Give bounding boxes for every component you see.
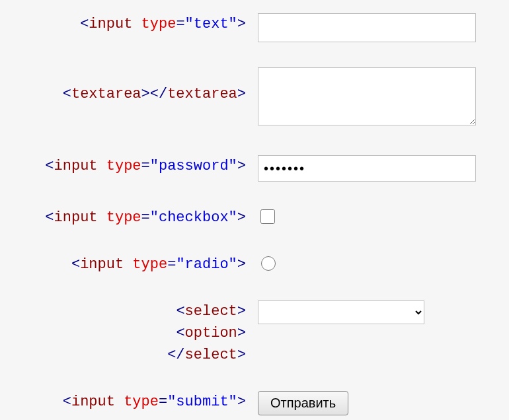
label-radio: <input type="radio"> [20,254,258,273]
label-input-text: <input type="text"> [20,13,258,32]
label-textarea: <textarea></textarea> [20,67,258,102]
text-input[interactable] [258,13,476,42]
radio-input[interactable] [261,256,276,271]
row-password: <input type="password"> [20,155,489,182]
textarea-input[interactable] [258,67,476,125]
select-input[interactable] [258,300,424,324]
label-submit: <input type="submit"> [20,391,258,410]
label-select: <select> <option> </select> [20,300,258,366]
label-checkbox: <input type="checkbox"> [20,207,258,226]
row-input-text: <input type="text"> [20,13,489,42]
row-textarea: <textarea></textarea> [20,67,489,130]
row-checkbox: <input type="checkbox"> [20,207,489,228]
row-submit: <input type="submit"> Отправить [20,391,489,415]
label-password: <input type="password"> [20,155,258,174]
row-radio: <input type="radio"> [20,254,489,275]
row-select: <select> <option> </select> [20,300,489,366]
password-input[interactable] [258,155,476,182]
checkbox-input[interactable] [260,209,275,224]
submit-button[interactable]: Отправить [258,391,348,415]
